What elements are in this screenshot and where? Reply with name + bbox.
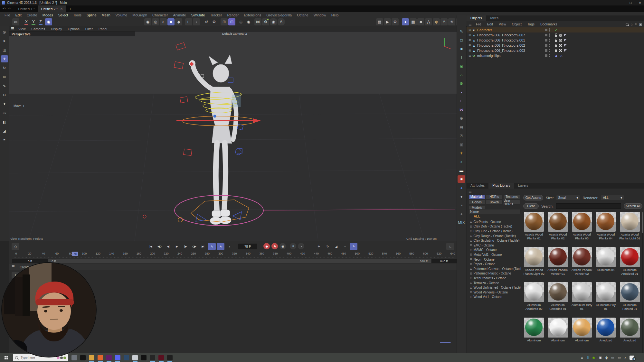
close-button[interactable]: ✕ xyxy=(639,1,641,5)
null-axis-icon[interactable]: ∟ xyxy=(458,97,465,105)
texture-tag-icon[interactable] xyxy=(559,44,562,47)
playhead[interactable]: 78 xyxy=(72,252,78,256)
viewport-menu-item[interactable]: Filter xyxy=(82,27,96,31)
material-asset[interactable]: Aluminum xyxy=(522,318,546,352)
category-item[interactable]: Metal Vol1 - Octane xyxy=(470,252,521,257)
library-type-button[interactable]: User HDRIs xyxy=(503,200,520,205)
model-mode-icon[interactable]: ■ xyxy=(167,18,175,25)
texture-tag-icon[interactable] xyxy=(559,39,562,42)
material-thumbnail[interactable] xyxy=(524,318,544,338)
keyframe-bar-icon[interactable]: ◇ xyxy=(12,243,19,250)
material-asset[interactable]: Aluminum xyxy=(570,318,594,352)
preview-range-bar[interactable]: 0 F 0 F640 F 640 F xyxy=(12,259,457,263)
cube-primitive-icon[interactable]: ■ xyxy=(458,45,465,52)
lock-tag-icon[interactable] xyxy=(555,35,557,37)
mm-bottom-menu-icon[interactable]: ☰ xyxy=(11,341,14,345)
material-asset[interactable]: African PadaukVeneer 02 xyxy=(570,247,594,281)
expand-icon[interactable] xyxy=(469,49,472,52)
monitor-tray-icon[interactable]: ▭ xyxy=(618,356,621,359)
specular-material-icon[interactable]: ● xyxy=(458,210,465,218)
subdivision-surface-icon[interactable]: ◉ xyxy=(458,62,465,70)
category-item[interactable]: Paper - Octane xyxy=(470,262,521,266)
menu-item[interactable]: Tools xyxy=(71,13,84,17)
rotation-key-button[interactable]: ↻ xyxy=(324,243,331,250)
visibility-dots[interactable] xyxy=(549,49,552,52)
library-type-button[interactable]: Materials xyxy=(469,194,485,199)
library-search-input[interactable] xyxy=(556,203,621,209)
renderer-dropdown[interactable]: ALL▾ xyxy=(601,195,624,200)
library-type-button[interactable]: Gobos xyxy=(469,200,485,205)
tweak-settings-icon[interactable]: ⚙ xyxy=(262,18,269,25)
dark-circle-app-icon[interactable] xyxy=(141,355,147,360)
object-row[interactable]: ▲ Плоскость.006_Плоскость.001 ✓ ♟ ♙ xyxy=(467,38,644,43)
play-button[interactable]: ▶ xyxy=(173,243,181,250)
quantize-icon[interactable]: ◎ xyxy=(237,18,244,25)
sun-light-icon[interactable]: ☀ xyxy=(458,149,465,157)
menu-item[interactable]: Window xyxy=(311,13,329,17)
maximize-button[interactable]: □ xyxy=(630,1,632,5)
category-item[interactable]: Clay Doh - Octane (Tactile) xyxy=(470,224,521,229)
category-item[interactable]: Neon - Octane xyxy=(470,257,521,262)
category-item[interactable]: Terrazzo - Octane xyxy=(470,281,521,285)
object-label[interactable]: Character xyxy=(477,28,545,32)
render-settings-icon[interactable]: ⚙ xyxy=(392,18,399,25)
object-label[interactable]: Плоскость.006_Плоскость.003 xyxy=(477,49,545,52)
texture-tag-icon[interactable] xyxy=(559,49,562,52)
object-row[interactable]: ⚙ mixamorig:Hips ✓ ♟ ♙ xyxy=(467,53,644,58)
object-label[interactable]: Плоскость.006_Плоскость.002 xyxy=(477,43,545,47)
scale-tool-icon[interactable]: ⊞ xyxy=(1,73,8,80)
position-key-button[interactable]: ✛ xyxy=(315,243,323,250)
mesh-tags[interactable] xyxy=(555,39,567,42)
field-icon[interactable]: ◗ xyxy=(458,88,465,96)
object-label[interactable]: Плоскость.006_Плоскость.001 xyxy=(477,38,545,42)
next-frame-button[interactable]: |▶ xyxy=(182,243,189,250)
menu-item[interactable]: Tracker xyxy=(208,13,225,17)
sky-object-icon[interactable]: ⊕ xyxy=(458,115,465,122)
viewport-title[interactable]: Perspective xyxy=(9,32,135,36)
modeling-settings-icon[interactable]: ⚙ xyxy=(211,18,218,25)
material-asset[interactable]: Acacia WoodPlanks 03 xyxy=(570,212,594,246)
viewport-menu-item[interactable]: Panel xyxy=(96,27,110,31)
menu-item[interactable]: Create xyxy=(24,13,40,17)
array-generator-icon[interactable]: ∴ xyxy=(458,71,465,79)
material-manager-icon[interactable]: ● xyxy=(402,18,409,25)
face-icon[interactable]: ☻ xyxy=(417,18,424,25)
move-tool-icon[interactable]: ✛ xyxy=(1,55,8,62)
axis-lock-button[interactable]: X xyxy=(23,18,30,25)
material-asset[interactable]: Acacia WoodPlanks Light 02 xyxy=(522,247,546,281)
keyframe-presets-button[interactable]: ◉ xyxy=(279,243,286,249)
object-row[interactable]: ▲ Плоскость.006_Плоскость.003 ✓ ♟ ♙ xyxy=(467,48,644,53)
category-item[interactable]: CarPaints - Octane xyxy=(470,219,521,224)
material-thumbnail[interactable] xyxy=(596,247,616,267)
object-row[interactable]: ▲ Плоскость.006_Плоскость.002 ✓ ♟ ♙ xyxy=(467,43,644,48)
category-item[interactable]: Wood Vol1 - Octane xyxy=(470,295,521,300)
material-thumbnail[interactable] xyxy=(548,212,568,232)
material-asset[interactable]: AluminumCorroded 01 xyxy=(546,282,570,316)
material-asset[interactable]: Acacia WoodPlanks 02 xyxy=(546,212,570,246)
viewport-menu-icon[interactable]: ☰ xyxy=(11,27,14,31)
render-picture-viewer-icon[interactable]: ▶ xyxy=(384,18,391,25)
axis-lock-button[interactable]: Y xyxy=(30,18,37,25)
minimize-button[interactable]: – xyxy=(621,1,623,5)
object-label[interactable]: mixamorig:Hips xyxy=(477,54,545,58)
material-thumbnail[interactable] xyxy=(572,318,592,338)
cloth-icon[interactable]: ψ xyxy=(433,18,440,25)
firefox-icon[interactable] xyxy=(98,355,103,360)
octane-material-icon[interactable]: ● xyxy=(458,184,465,191)
photoshop-icon[interactable] xyxy=(167,355,173,360)
video-app-icon[interactable] xyxy=(71,355,77,360)
material-thumbnail[interactable] xyxy=(548,282,568,302)
visibility-dots[interactable] xyxy=(549,28,552,32)
category-item[interactable]: EMC - Octane xyxy=(470,243,521,248)
pla-key-button[interactable]: ✎ xyxy=(350,243,357,250)
material-asset[interactable]: Acacia WoodPlanks 01 xyxy=(522,212,546,246)
menu-item[interactable]: Spline xyxy=(84,13,99,17)
panel-tab[interactable]: Objects xyxy=(467,15,486,21)
rectangle-select-icon[interactable]: ◫ xyxy=(1,46,8,53)
render-dot[interactable] xyxy=(545,44,547,47)
gpu-tray-icon[interactable]: ◉ xyxy=(592,356,595,359)
material-thumbnail[interactable] xyxy=(572,282,592,302)
material-thumbnail[interactable] xyxy=(548,318,568,338)
phong-tag-icon[interactable] xyxy=(564,34,567,37)
material-asset[interactable]: AluminumAnodized 02 xyxy=(522,282,546,316)
